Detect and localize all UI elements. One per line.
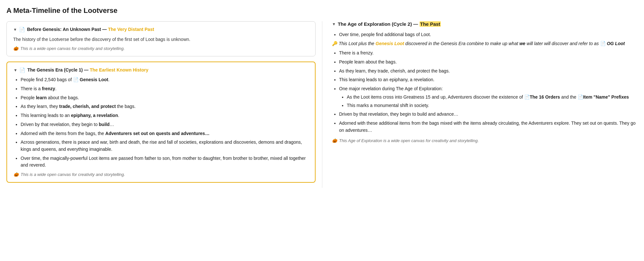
list-item: One major revelation during The Age of E… — [339, 85, 638, 109]
age-of-exploration-header[interactable]: ▼ The Age of Exploration (Cycle 2) — The… — [332, 21, 638, 27]
sub-list: As the Loot items cross into Greatness 1… — [339, 94, 638, 109]
title-highlight: The Earliest Known History — [90, 67, 148, 72]
trade-bold: trade, cherish, and protect — [59, 104, 116, 109]
main-layout: ▼ 📄 Before Genesis: An Unknown Past — Th… — [6, 21, 638, 188]
genesis-era-list: People find 2,540 bags of 📄 Genesis Loot… — [14, 76, 308, 169]
learn-bold: learn — [36, 95, 46, 100]
sub-list-item: This marks a monumental shift in society… — [347, 102, 638, 109]
age-of-exploration-canvas-note: 🎃 This Age of Exploration is a wide open… — [332, 138, 638, 143]
we-bold: we — [519, 41, 526, 46]
genesis-era-title: The Genesis Era (Cycle 1) — The Earliest… — [27, 67, 148, 72]
title-plain: The Genesis Era (Cycle 1) — — [27, 67, 90, 72]
adventurers-bold: Adventurers set out on quests and advent… — [105, 131, 210, 136]
chevron-icon: ▼ — [332, 22, 336, 26]
before-genesis-section: ▼ 📄 Before Genesis: An Unknown Past — Th… — [6, 21, 316, 56]
list-item: Adorned with the items from the bags, th… — [21, 130, 308, 137]
genesis-loot-ref: Genesis Loot — [80, 77, 109, 82]
list-item: There is a frenzy. — [339, 50, 638, 57]
before-genesis-body: The history of the Lootverse before the … — [13, 36, 309, 43]
doc-icon: 📄 — [524, 94, 530, 101]
epiphany-bold: epiphany, a revelation — [71, 113, 118, 118]
genesis-era-canvas-note: 🎃 This is a wide open canvas for creativ… — [14, 172, 308, 177]
doc-icon: 📄 — [19, 67, 25, 73]
before-genesis-title: Before Genesis: An Unknown Past — The Ve… — [27, 27, 154, 32]
list-item: As they learn, they trade, cherish, and … — [21, 103, 308, 110]
before-genesis-header[interactable]: ▼ 📄 Before Genesis: An Unknown Past — Th… — [13, 27, 309, 33]
list-item: Driven by that revelation, they begin to… — [339, 111, 638, 118]
chevron-icon: ▼ — [14, 68, 17, 72]
title-highlight: The Very Distant Past — [108, 27, 154, 32]
doc-icon: 📄 — [73, 76, 79, 83]
canvas-note-text: This Age of Exploration is a wide open c… — [339, 138, 479, 143]
chevron-icon: ▼ — [13, 27, 17, 32]
list-item: Driven by that revelation, they begin to… — [21, 121, 308, 128]
item-name-prefixes-ref: Item "Name" Prefixes — [583, 94, 629, 100]
list-item: There is a frenzy. — [21, 85, 308, 92]
genesis-era-section: ▼ 📄 The Genesis Era (Cycle 1) — The Earl… — [6, 62, 316, 183]
genesis-loot-link: Genesis Loot — [375, 41, 404, 46]
age-of-exploration-title: The Age of Exploration (Cycle 2) — The P… — [338, 21, 441, 27]
canvas-emoji: 🎃 — [13, 46, 18, 51]
build-bold: build — [99, 122, 109, 127]
age-of-exploration-list: Over time, people find additional bags o… — [332, 31, 638, 134]
og-loot-bold: OG Loot — [607, 41, 625, 46]
right-column: ▼ The Age of Exploration (Cycle 2) — The… — [322, 21, 638, 188]
doc-icon: 📄 — [578, 94, 583, 101]
title-highlight: The Past — [420, 21, 441, 27]
frenzy-text: frenzy — [42, 86, 55, 91]
list-item: As they learn, they trade, cherish, and … — [339, 68, 638, 75]
title-plain: Before Genesis: An Unknown Past — — [27, 27, 108, 32]
canvas-note-text: This is a wide open canvas for creativit… — [20, 46, 125, 51]
list-item: Across generations, there is peace and w… — [21, 139, 308, 153]
list-item: Over time, people find additional bags o… — [339, 31, 638, 38]
list-item: People learn about the bags. — [21, 94, 308, 102]
canvas-note-text: This is a wide open canvas for creativit… — [21, 172, 125, 177]
sub-list-item: As the Loot items cross into Greatness 1… — [347, 94, 638, 101]
list-item: People learn about the bags. — [339, 59, 638, 66]
list-item: 🔑 This Loot plus the Genesis Loot discov… — [332, 40, 638, 47]
16-orders-ref: The 16 Orders — [530, 94, 560, 100]
canvas-emoji: 🎃 — [14, 172, 19, 177]
before-genesis-canvas-note: 🎃 This is a wide open canvas for creativ… — [13, 46, 309, 51]
title-plain: The Age of Exploration (Cycle 2) — — [338, 21, 420, 27]
list-item: Adorned with these additional items from… — [339, 120, 638, 134]
og-loot-note: This Loot plus the Genesis Loot discover… — [339, 41, 625, 46]
page-title: A Meta-Timeline of the Lootverse — [6, 6, 638, 15]
list-item: Over time, the magically-powerful Loot i… — [21, 155, 308, 169]
list-item: This learning leads to an epiphany, a re… — [21, 112, 308, 119]
list-item: People find 2,540 bags of 📄 Genesis Loot… — [21, 76, 308, 83]
list-item: This learning leads to an epiphany, a re… — [339, 76, 638, 83]
doc-icon: 📄 — [19, 27, 25, 33]
left-column: ▼ 📄 Before Genesis: An Unknown Past — Th… — [6, 21, 322, 188]
doc-icon: 📄 — [600, 40, 606, 47]
canvas-emoji: 🎃 — [332, 138, 337, 143]
genesis-era-header[interactable]: ▼ 📄 The Genesis Era (Cycle 1) — The Earl… — [14, 67, 308, 73]
key-icon: 🔑 — [332, 41, 337, 46]
